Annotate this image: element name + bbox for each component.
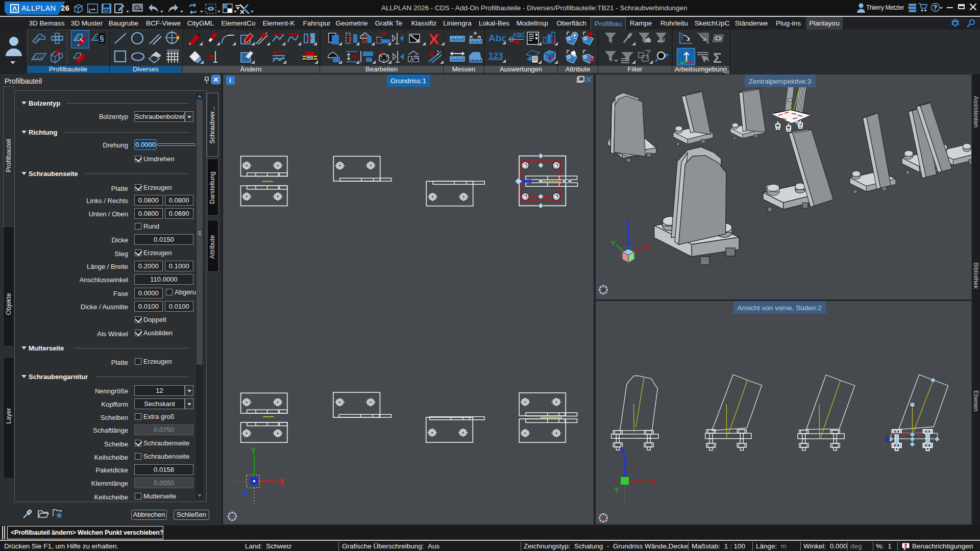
- svg-text:X: X: [279, 478, 285, 486]
- svg-text:X: X: [429, 31, 439, 46]
- svg-text:X: X: [650, 477, 655, 486]
- svg-text:123: 123: [488, 51, 503, 61]
- svg-text:Y: Y: [611, 239, 616, 247]
- svg-text:2: 2: [228, 8, 231, 13]
- svg-text:Z: Z: [620, 446, 625, 455]
- svg-text:i: i: [229, 77, 231, 84]
- svg-text:Grundriss:1: Grundriss:1: [390, 77, 426, 85]
- svg-text:Z: Z: [242, 487, 247, 497]
- svg-text:?: ?: [934, 4, 937, 11]
- svg-text:X: X: [645, 242, 650, 251]
- svg-text:Y: Y: [614, 485, 619, 494]
- svg-text:Zentralperspektive:3: Zentralperspektive:3: [749, 78, 811, 85]
- svg-text:Y: Y: [251, 446, 256, 455]
- svg-text:Σ: Σ: [713, 50, 722, 65]
- svg-text:Ansicht von vorne, Süden:2: Ansicht von vorne, Süden:2: [737, 304, 821, 312]
- svg-text:ABC: ABC: [512, 32, 525, 39]
- svg-text:Z: Z: [625, 218, 629, 227]
- svg-text:A: A: [413, 53, 419, 62]
